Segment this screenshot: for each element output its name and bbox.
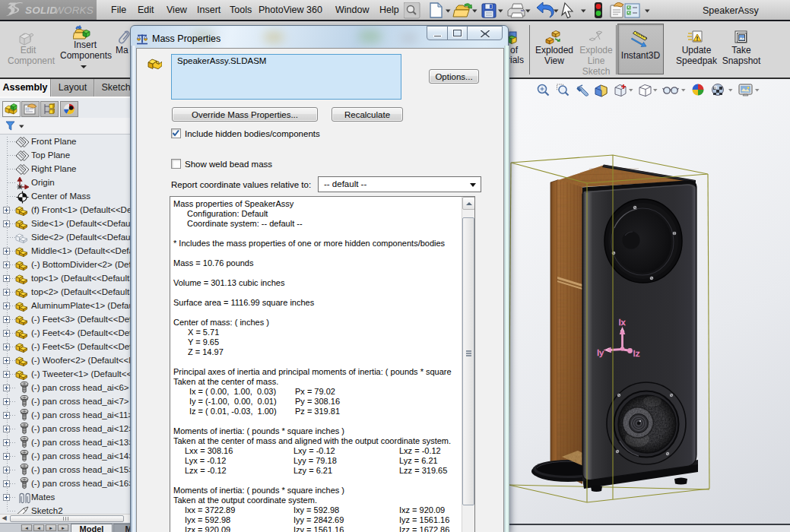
svg-text:Iy: Iy	[597, 348, 604, 357]
svg-text:Ix: Ix	[619, 318, 626, 327]
svg-text:WORKS: WORKS	[54, 5, 94, 16]
svg-text:Iz: Iz	[633, 349, 640, 358]
svg-text:SOLID: SOLID	[25, 5, 57, 16]
